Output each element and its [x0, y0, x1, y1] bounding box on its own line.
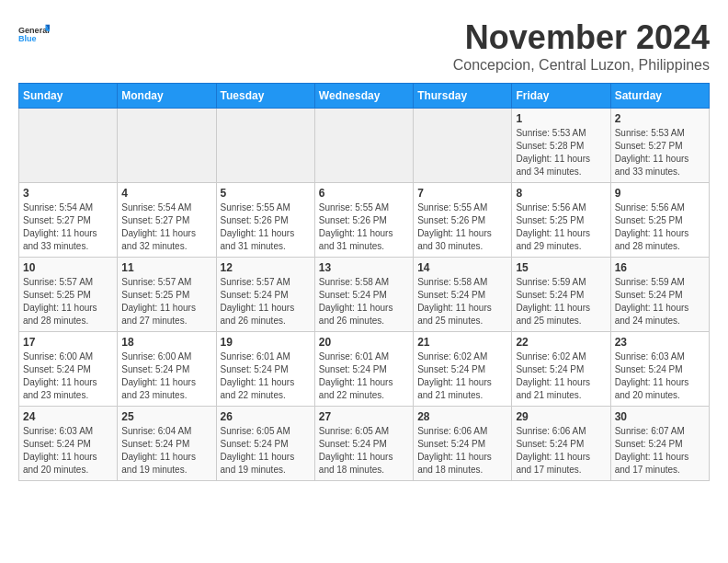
- day-number: 6: [319, 187, 409, 200]
- calendar-cell: 26Sunrise: 6:05 AM Sunset: 5:24 PM Dayli…: [216, 407, 314, 481]
- calendar-cell: 6Sunrise: 5:55 AM Sunset: 5:26 PM Daylig…: [314, 183, 413, 258]
- weekday-header-friday: Friday: [512, 84, 610, 109]
- day-number: 16: [615, 261, 705, 274]
- calendar-cell: 24Sunrise: 6:03 AM Sunset: 5:24 PM Dayli…: [19, 407, 118, 481]
- calendar-cell: 8Sunrise: 5:56 AM Sunset: 5:25 PM Daylig…: [512, 183, 610, 258]
- day-number: 2: [615, 112, 705, 125]
- day-info: Sunrise: 6:04 AM Sunset: 5:24 PM Dayligh…: [121, 425, 211, 477]
- svg-text:General: General: [18, 26, 50, 35]
- day-info: Sunrise: 5:57 AM Sunset: 5:25 PM Dayligh…: [23, 276, 113, 327]
- day-info: Sunrise: 5:56 AM Sunset: 5:25 PM Dayligh…: [615, 201, 705, 253]
- week-row-4: 17Sunrise: 6:00 AM Sunset: 5:24 PM Dayli…: [19, 332, 710, 407]
- calendar-cell: 7Sunrise: 5:55 AM Sunset: 5:26 PM Daylig…: [414, 183, 512, 258]
- calendar-cell: 22Sunrise: 6:02 AM Sunset: 5:24 PM Dayli…: [512, 332, 610, 407]
- calendar-cell: 30Sunrise: 6:07 AM Sunset: 5:24 PM Dayli…: [610, 407, 709, 481]
- day-number: 21: [417, 336, 507, 349]
- weekday-header-wednesday: Wednesday: [314, 84, 413, 109]
- day-info: Sunrise: 5:57 AM Sunset: 5:25 PM Dayligh…: [121, 276, 211, 327]
- day-number: 5: [221, 187, 311, 200]
- weekday-header-saturday: Saturday: [610, 84, 709, 109]
- day-info: Sunrise: 6:03 AM Sunset: 5:24 PM Dayligh…: [23, 425, 113, 477]
- day-info: Sunrise: 6:02 AM Sunset: 5:24 PM Dayligh…: [417, 350, 507, 402]
- day-info: Sunrise: 6:05 AM Sunset: 5:24 PM Dayligh…: [221, 425, 311, 477]
- day-number: 20: [319, 336, 409, 349]
- calendar-cell: 10Sunrise: 5:57 AM Sunset: 5:25 PM Dayli…: [19, 258, 118, 332]
- week-row-3: 10Sunrise: 5:57 AM Sunset: 5:25 PM Dayli…: [19, 258, 710, 332]
- day-info: Sunrise: 5:58 AM Sunset: 5:24 PM Dayligh…: [417, 276, 507, 327]
- day-info: Sunrise: 6:00 AM Sunset: 5:24 PM Dayligh…: [121, 350, 211, 402]
- day-info: Sunrise: 5:53 AM Sunset: 5:27 PM Dayligh…: [615, 127, 705, 178]
- day-info: Sunrise: 6:07 AM Sunset: 5:24 PM Dayligh…: [615, 425, 705, 477]
- day-number: 19: [221, 336, 311, 349]
- calendar-cell: [216, 109, 314, 183]
- calendar-cell: [118, 109, 216, 183]
- day-number: 23: [615, 336, 705, 349]
- calendar-cell: 14Sunrise: 5:58 AM Sunset: 5:24 PM Dayli…: [414, 258, 512, 332]
- calendar-cell: [19, 109, 118, 183]
- calendar-cell: 18Sunrise: 6:00 AM Sunset: 5:24 PM Dayli…: [118, 332, 216, 407]
- day-info: Sunrise: 6:01 AM Sunset: 5:24 PM Dayligh…: [319, 350, 409, 402]
- weekday-header-sunday: Sunday: [19, 84, 118, 109]
- day-info: Sunrise: 6:01 AM Sunset: 5:24 PM Dayligh…: [221, 350, 311, 402]
- day-number: 17: [23, 336, 113, 349]
- week-row-5: 24Sunrise: 6:03 AM Sunset: 5:24 PM Dayli…: [19, 407, 710, 481]
- day-number: 12: [221, 261, 311, 274]
- calendar-cell: 1Sunrise: 5:53 AM Sunset: 5:28 PM Daylig…: [512, 109, 610, 183]
- day-info: Sunrise: 5:58 AM Sunset: 5:24 PM Dayligh…: [319, 276, 409, 327]
- calendar-cell: 9Sunrise: 5:56 AM Sunset: 5:25 PM Daylig…: [610, 183, 709, 258]
- day-number: 24: [23, 410, 113, 423]
- day-number: 3: [23, 187, 113, 200]
- title-section: November 2024 Concepcion, Central Luzon,…: [453, 18, 710, 74]
- weekday-header-tuesday: Tuesday: [216, 84, 314, 109]
- day-info: Sunrise: 5:54 AM Sunset: 5:27 PM Dayligh…: [121, 201, 211, 253]
- week-row-2: 3Sunrise: 5:54 AM Sunset: 5:27 PM Daylig…: [19, 183, 710, 258]
- day-info: Sunrise: 5:53 AM Sunset: 5:28 PM Dayligh…: [516, 127, 606, 178]
- week-row-1: 1Sunrise: 5:53 AM Sunset: 5:28 PM Daylig…: [19, 109, 710, 183]
- day-number: 28: [417, 410, 507, 423]
- day-number: 1: [516, 112, 606, 125]
- day-info: Sunrise: 5:59 AM Sunset: 5:24 PM Dayligh…: [516, 276, 606, 327]
- calendar-cell: 15Sunrise: 5:59 AM Sunset: 5:24 PM Dayli…: [512, 258, 610, 332]
- day-number: 13: [319, 261, 409, 274]
- calendar-cell: 29Sunrise: 6:06 AM Sunset: 5:24 PM Dayli…: [512, 407, 610, 481]
- calendar-cell: 3Sunrise: 5:54 AM Sunset: 5:27 PM Daylig…: [19, 183, 118, 258]
- day-number: 7: [417, 187, 507, 200]
- calendar-cell: 17Sunrise: 6:00 AM Sunset: 5:24 PM Dayli…: [19, 332, 118, 407]
- calendar-cell: 28Sunrise: 6:06 AM Sunset: 5:24 PM Dayli…: [414, 407, 512, 481]
- day-info: Sunrise: 6:06 AM Sunset: 5:24 PM Dayligh…: [417, 425, 507, 477]
- calendar-cell: 20Sunrise: 6:01 AM Sunset: 5:24 PM Dayli…: [314, 332, 413, 407]
- calendar-cell: 21Sunrise: 6:02 AM Sunset: 5:24 PM Dayli…: [414, 332, 512, 407]
- day-info: Sunrise: 5:54 AM Sunset: 5:27 PM Dayligh…: [23, 201, 113, 253]
- calendar-cell: 27Sunrise: 6:05 AM Sunset: 5:24 PM Dayli…: [314, 407, 413, 481]
- day-number: 26: [221, 410, 311, 423]
- day-number: 18: [121, 336, 211, 349]
- day-info: Sunrise: 6:05 AM Sunset: 5:24 PM Dayligh…: [319, 425, 409, 477]
- day-info: Sunrise: 5:59 AM Sunset: 5:24 PM Dayligh…: [615, 276, 705, 327]
- logo-icon: General Blue: [18, 18, 50, 50]
- calendar-cell: 12Sunrise: 5:57 AM Sunset: 5:24 PM Dayli…: [216, 258, 314, 332]
- day-info: Sunrise: 6:03 AM Sunset: 5:24 PM Dayligh…: [615, 350, 705, 402]
- weekday-header-monday: Monday: [118, 84, 216, 109]
- day-number: 8: [516, 187, 606, 200]
- day-info: Sunrise: 5:56 AM Sunset: 5:25 PM Dayligh…: [516, 201, 606, 253]
- day-number: 30: [615, 410, 705, 423]
- calendar-cell: 4Sunrise: 5:54 AM Sunset: 5:27 PM Daylig…: [118, 183, 216, 258]
- day-number: 15: [516, 261, 606, 274]
- day-number: 22: [516, 336, 606, 349]
- calendar-cell: 11Sunrise: 5:57 AM Sunset: 5:25 PM Dayli…: [118, 258, 216, 332]
- day-number: 25: [121, 410, 211, 423]
- day-number: 27: [319, 410, 409, 423]
- logo: General Blue: [18, 18, 50, 50]
- calendar-cell: 13Sunrise: 5:58 AM Sunset: 5:24 PM Dayli…: [314, 258, 413, 332]
- day-number: 14: [417, 261, 507, 274]
- day-info: Sunrise: 5:55 AM Sunset: 5:26 PM Dayligh…: [221, 201, 311, 253]
- calendar-cell: 2Sunrise: 5:53 AM Sunset: 5:27 PM Daylig…: [610, 109, 709, 183]
- calendar-cell: [414, 109, 512, 183]
- day-info: Sunrise: 5:55 AM Sunset: 5:26 PM Dayligh…: [417, 201, 507, 253]
- page-header: General Blue November 2024 Concepcion, C…: [18, 18, 710, 74]
- weekday-header-thursday: Thursday: [414, 84, 512, 109]
- day-number: 29: [516, 410, 606, 423]
- day-info: Sunrise: 6:00 AM Sunset: 5:24 PM Dayligh…: [23, 350, 113, 402]
- calendar-cell: 23Sunrise: 6:03 AM Sunset: 5:24 PM Dayli…: [610, 332, 709, 407]
- day-info: Sunrise: 6:06 AM Sunset: 5:24 PM Dayligh…: [516, 425, 606, 477]
